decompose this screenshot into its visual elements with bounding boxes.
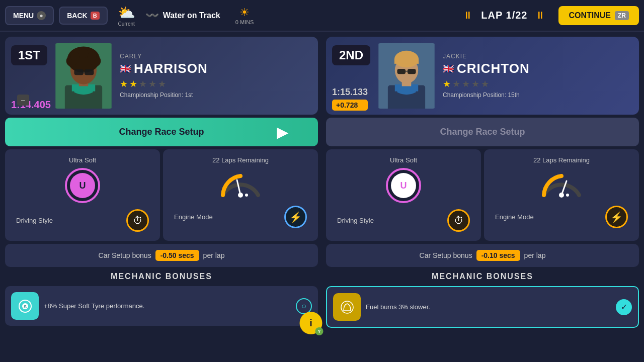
player2-bonus-value: -0.10 secs: [476, 250, 520, 261]
player1-mechanic-text: +8% Super Soft Tyre performance.: [44, 302, 291, 310]
player1-setup-row: Ultra Soft U Driving Style ⏱ 22 Laps Rem…: [5, 149, 318, 241]
player2-change-setup-button[interactable]: Change Race Setup: [326, 118, 639, 146]
svg-point-31: [559, 193, 564, 198]
player1-flag-row: 🇬🇧 HARRISON: [120, 61, 312, 76]
svg-point-33: [341, 301, 353, 313]
svg-point-25: [394, 50, 419, 67]
tyre-bonus-icon: S: [18, 299, 33, 314]
player1-gauge-svg: [218, 170, 263, 198]
player1-minus-button[interactable]: –: [17, 95, 29, 106]
track-condition: 〰️ Water on Track: [145, 9, 220, 22]
pause-button-right[interactable]: ⏸: [532, 10, 548, 21]
player2-tyre-inner: U: [391, 173, 416, 198]
svg-text:S: S: [24, 304, 27, 309]
back-label: BACK: [67, 12, 87, 20]
back-button[interactable]: BACK B: [59, 7, 107, 25]
menu-label: MENU: [13, 12, 34, 20]
player2-champ: Championship Position: 15th: [443, 92, 633, 99]
player2-portrait: [376, 43, 437, 109]
player1-laps-card: 22 Laps Remaining Engine Mode ⚡: [163, 149, 318, 241]
pause-button-left[interactable]: ⏸: [460, 10, 476, 21]
fuel-bonus-icon: [340, 300, 355, 315]
menu-icon: ●: [37, 11, 46, 20]
track-condition-label: Water on Track: [163, 11, 220, 20]
player2-bonus-suffix: per lap: [524, 251, 546, 259]
player1-lap-area: 1:14.405 –: [11, 99, 51, 111]
player2-lap-time: 1:15.133: [332, 87, 368, 98]
player1-engine-mode-toggle[interactable]: ⚡: [284, 206, 307, 228]
player2-mechanic-text: Fuel burns 3% slower.: [366, 303, 611, 311]
menu-button[interactable]: MENU ●: [5, 6, 54, 25]
player1-change-setup-button[interactable]: Change Race Setup ▶: [5, 118, 318, 146]
speedometer-icon: ⏱: [133, 215, 143, 226]
main-content: 1ST: [0, 32, 644, 362]
player2-tyre-card: Ultra Soft U Driving Style ⏱: [326, 149, 481, 241]
player1-card: 1ST: [5, 37, 318, 357]
cursor-arrow: ▶: [277, 124, 288, 140]
player2-driver-info: 2ND: [326, 37, 639, 115]
player1-driving-style-toggle[interactable]: ⏱: [126, 209, 149, 232]
player1-driver-info: 1ST: [5, 37, 318, 115]
player2-gauge-svg: [539, 170, 584, 198]
player1-bonus-suffix: per lap: [203, 251, 225, 259]
lightning-icon: ⚡: [289, 211, 302, 223]
player1-tyre-card: Ultra Soft U Driving Style ⏱: [5, 149, 160, 241]
player1-lastname: HARRISON: [134, 61, 208, 76]
time-value: 0 MINS: [235, 19, 254, 25]
player2-bonus-label: Car Setup bonus: [420, 251, 472, 259]
player1-tyre-gauge: U: [65, 168, 100, 203]
player2-lap-area: 1:15.133 +0.728: [332, 87, 368, 111]
player1-details: CARLY 🇬🇧 HARRISON ★ ★ ★ ★ ★ Championship…: [120, 53, 312, 99]
player2-position: 2ND: [332, 45, 370, 65]
weather-section: ⛅ Current: [118, 5, 135, 27]
player2-driving-style-row: Driving Style ⏱: [333, 207, 474, 234]
top-bar: MENU ● BACK B ⛅ Current 〰️ Water on Trac…: [0, 0, 644, 32]
lap-info: LAP 1/22: [481, 10, 527, 21]
player1-bonus-value: -0.50 secs: [155, 250, 199, 261]
continue-button[interactable]: CONTINUE ZR: [558, 6, 639, 25]
water-icon: 〰️: [145, 9, 159, 22]
player1-position: 1ST: [11, 45, 47, 65]
info-button[interactable]: i Y: [300, 312, 323, 334]
continue-label: CONTINUE: [569, 11, 611, 20]
player2-lastname: CRICHTON: [457, 61, 530, 76]
player1-flag: 🇬🇧: [120, 63, 131, 74]
speedometer-icon-2: ⏱: [454, 215, 464, 226]
player2-laps-card: 22 Laps Remaining Engine Mode ⚡: [484, 149, 639, 241]
player1-laps-label: 22 Laps Remaining: [212, 156, 269, 164]
player1-portrait: [53, 43, 114, 109]
y-badge: Y: [315, 327, 324, 335]
player2-details: JACKIE 🇬🇧 CRICHTON ★ ★ ★ ★ ★ Championshi…: [443, 53, 633, 99]
svg-point-8: [70, 51, 80, 61]
player2-driving-style-toggle[interactable]: ⏱: [447, 209, 470, 232]
player2-portrait-svg: [376, 43, 437, 109]
player2-engine-mode-toggle[interactable]: ⚡: [605, 206, 628, 228]
svg-point-32: [566, 194, 569, 197]
player1-champ: Championship Position: 1st: [120, 92, 312, 99]
svg-rect-11: [74, 69, 84, 75]
back-badge: B: [91, 12, 100, 20]
player2-flag: 🇬🇧: [443, 63, 454, 74]
player1-engine-mode-label: Engine Mode: [174, 213, 213, 221]
player2-speed-gauge: [539, 170, 584, 198]
player1-portrait-svg: [53, 43, 114, 109]
player2-mechanic-card: Fuel burns 3% slower. ✓: [326, 286, 639, 328]
svg-rect-12: [85, 69, 94, 75]
svg-point-15: [238, 193, 243, 198]
player2-laps-label: 22 Laps Remaining: [533, 156, 590, 164]
svg-point-9: [87, 51, 97, 61]
player2-stars: ★ ★ ★ ★ ★: [443, 78, 633, 89]
player1-tyre-label: Ultra Soft: [69, 156, 96, 164]
svg-point-16: [245, 194, 248, 197]
player2-card: 2ND: [326, 37, 639, 357]
player2-bonus-row: Car Setup bonus -0.10 secs per lap: [326, 244, 639, 267]
clock-icon: ☀: [239, 6, 250, 19]
time-section: ☀ 0 MINS: [235, 6, 254, 25]
info-icon: i: [309, 317, 312, 329]
svg-point-10: [79, 49, 89, 58]
player1-driving-style-label: Driving Style: [16, 217, 53, 224]
player2-tyre-gauge: U: [386, 168, 421, 203]
player1-driving-style-row: Driving Style ⏱: [12, 207, 153, 234]
player1-stars: ★ ★ ★ ★ ★: [120, 78, 312, 89]
player1-bonus-row: Car Setup bonus -0.50 secs per lap: [5, 244, 318, 267]
